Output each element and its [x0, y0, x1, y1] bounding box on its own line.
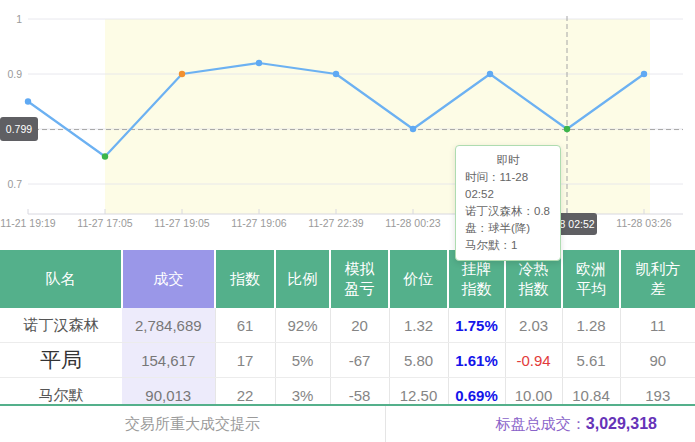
column-header-5[interactable]: 模拟盈亏 — [330, 250, 389, 308]
y-tick-label: 1 — [16, 13, 22, 25]
cell: 1.61% — [448, 343, 505, 378]
cell: 2.03 — [505, 308, 562, 343]
x-tick-label: 11-21 19:19 — [0, 217, 55, 229]
x-tick-label: 11-27 19:05 — [154, 217, 209, 229]
header-row: 队名成交指数比例模拟盈亏价位挂牌指数冷热指数欧洲平均凯利方差 — [0, 250, 695, 308]
chart-tooltip: 即时 时间：11-28 02:52 诺丁汉森林：0.8 盘：球半(降) 马尔默：… — [455, 145, 561, 261]
data-point-marker[interactable] — [564, 126, 570, 132]
odds-trend-svg: 10.90.711-21 19:1911-27 17:0511-27 19:05… — [0, 0, 695, 248]
y-tick-label: 0.7 — [7, 178, 22, 190]
cell: 1.28 — [562, 308, 620, 343]
cell: 17 — [215, 343, 275, 378]
data-point-marker[interactable] — [102, 153, 108, 159]
x-tick-label: 11-28 00:23 — [385, 217, 440, 229]
exchange-alert-label[interactable]: 交易所重大成交提示 — [0, 406, 385, 442]
tooltip-title: 即时 — [465, 152, 551, 169]
data-point-marker[interactable] — [25, 98, 31, 104]
table-row[interactable]: 诺丁汉森林2,784,6896192%201.321.75%2.031.2811 — [0, 308, 695, 343]
data-point-marker[interactable] — [487, 71, 493, 77]
cell: -0.94 — [505, 343, 562, 378]
cell: 61 — [215, 308, 275, 343]
odds-table-body: 诺丁汉森林2,784,6896192%201.321.75%2.031.2811… — [0, 308, 695, 412]
column-header-3[interactable]: 指数 — [215, 250, 275, 308]
y-tick-label: 0.9 — [7, 68, 22, 80]
data-point-marker[interactable] — [410, 126, 416, 132]
cell: 90 — [620, 343, 695, 378]
cell: 1.75% — [448, 308, 505, 343]
highlight-band — [105, 19, 650, 214]
cell: 5.80 — [389, 343, 448, 378]
x-tick-label: 11-27 22:39 — [308, 217, 363, 229]
tooltip-line-handicap: 盘：球半(降) — [465, 220, 551, 237]
column-header-10[interactable]: 凯利方差 — [620, 250, 695, 308]
footer: 交易所重大成交提示 标盘总成交：3,029,318 — [0, 406, 695, 442]
data-point-marker[interactable] — [641, 71, 647, 77]
column-header-4[interactable]: 比例 — [275, 250, 330, 308]
data-point-marker[interactable] — [179, 71, 185, 77]
column-header-9[interactable]: 欧洲平均 — [562, 250, 620, 308]
cell: 5% — [275, 343, 330, 378]
odds-table: 队名成交指数比例模拟盈亏价位挂牌指数冷热指数欧洲平均凯利方差 诺丁汉森林2,78… — [0, 250, 695, 412]
cell: 11 — [620, 308, 695, 343]
cell: 2,784,689 — [122, 308, 215, 343]
x-tick-label: 11-27 19:06 — [231, 217, 286, 229]
column-header-2[interactable]: 成交 — [122, 250, 215, 308]
cell: 92% — [275, 308, 330, 343]
cell: 154,617 — [122, 343, 215, 378]
cell: 20 — [330, 308, 389, 343]
column-header-6[interactable]: 价位 — [389, 250, 448, 308]
odds-table-head: 队名成交指数比例模拟盈亏价位挂牌指数冷热指数欧洲平均凯利方差 — [0, 250, 695, 308]
cell: -67 — [330, 343, 389, 378]
footer-divider — [385, 406, 386, 442]
tooltip-line-time: 时间：11-28 02:52 — [465, 169, 551, 203]
data-point-marker[interactable] — [333, 71, 339, 77]
total-volume-value: 3,029,318 — [586, 415, 657, 432]
tooltip-line-home-odds: 诺丁汉森林：0.8 — [465, 203, 551, 220]
column-header-1[interactable]: 队名 — [0, 250, 122, 308]
y-axis-badge-label: 0.799 — [6, 123, 32, 135]
odds-trend-chart[interactable]: 10.90.711-21 19:1911-27 17:0511-27 19:05… — [0, 0, 695, 248]
team-name: 诺丁汉森林 — [0, 308, 122, 343]
x-tick-label: 11-27 17:05 — [77, 217, 132, 229]
x-tick-label: 11-28 03:26 — [616, 217, 671, 229]
team-name: 平局 — [0, 343, 122, 378]
data-point-marker[interactable] — [256, 60, 262, 66]
cell: 1.32 — [389, 308, 448, 343]
tooltip-line-away-odds: 马尔默：1 — [465, 237, 551, 254]
total-volume-label: 标盘总成交： — [496, 415, 586, 432]
cell: 5.61 — [562, 343, 620, 378]
table-row[interactable]: 平局154,617175%-675.801.61%-0.945.6190 — [0, 343, 695, 378]
total-volume: 标盘总成交：3,029,318 — [496, 406, 657, 442]
